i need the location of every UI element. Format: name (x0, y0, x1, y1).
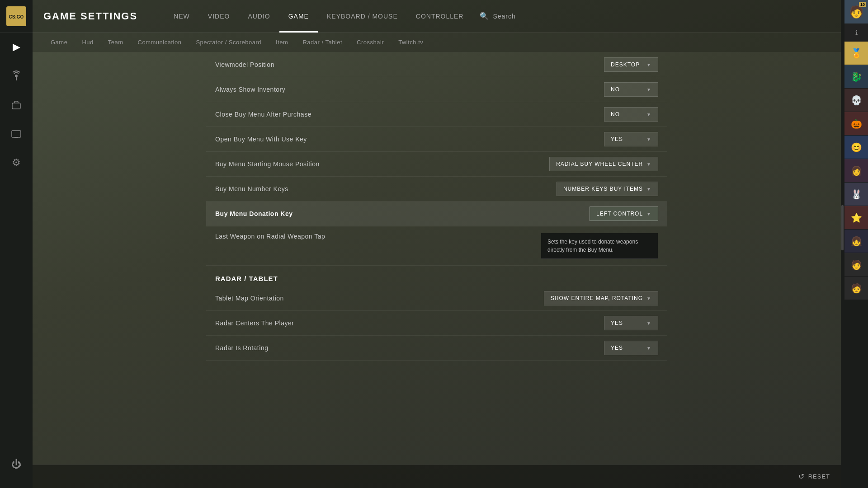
dropdown-number-keys[interactable]: NUMBER KEYS BUY ITEMS ▼ (557, 182, 658, 196)
radar-section-header: Radar / Tablet (206, 266, 667, 286)
setting-value-close-buy: NO ▼ (604, 107, 658, 122)
setting-row-radar-centers: Radar Centers The Player YES ▼ (206, 311, 667, 336)
friend-avatar-2[interactable]: 🐉 (844, 65, 868, 89)
svg-rect-5 (12, 131, 21, 137)
setting-row-tablet-map: Tablet Map Orientation SHOW ENTIRE MAP, … (206, 286, 667, 311)
chevron-down-icon: ▼ (646, 187, 651, 192)
setting-value-radar-centers: YES ▼ (604, 316, 658, 330)
main-nav: New Video Audio Game Keyboard / Mouse Co… (165, 0, 830, 33)
setting-label-number-keys: Buy Menu Number Keys (215, 185, 288, 192)
dropdown-radar-rotating[interactable]: YES ▼ (604, 341, 658, 355)
info-button[interactable]: ℹ (844, 23, 868, 42)
reset-button[interactable]: ↺ RESET (798, 472, 830, 481)
reset-label: RESET (808, 473, 830, 480)
dropdown-open-buy-value: YES (611, 136, 623, 142)
setting-row-close-buy: Close Buy Menu After Purchase NO ▼ (206, 102, 667, 127)
nav-item-game[interactable]: Game (279, 0, 318, 33)
friend-avatar-5[interactable]: 😊 (844, 136, 868, 159)
sub-nav-hud[interactable]: Hud (75, 33, 100, 52)
sidebar-antenna-icon[interactable] (0, 61, 33, 90)
setting-value-mouse-pos: RADIAL BUY WHEEL CENTER ▼ (549, 157, 658, 171)
sidebar-power-icon[interactable]: ⏻ (0, 450, 33, 479)
setting-label-donation-key: Buy Menu Donation Key (215, 210, 293, 217)
tooltip-donation-key: Sets the key used to donate weapons dire… (541, 233, 658, 259)
setting-label-last-weapon: Last Weapon on Radial Weapon Tap (215, 233, 325, 240)
friend-avatar-8[interactable]: ⭐ (844, 206, 868, 230)
setting-label-tablet-map: Tablet Map Orientation (215, 295, 284, 302)
dropdown-mouse-pos[interactable]: RADIAL BUY WHEEL CENTER ▼ (549, 157, 658, 171)
sub-nav-twitch[interactable]: Twitch.tv (391, 33, 430, 52)
setting-label-mouse-pos: Buy Menu Starting Mouse Position (215, 160, 320, 168)
reset-icon: ↺ (798, 472, 805, 481)
friend-avatar-7[interactable]: 🐰 (844, 183, 868, 206)
logo-area[interactable]: CS:GO (0, 0, 33, 33)
friend-avatar-9[interactable]: 👧 (844, 230, 868, 253)
setting-label-inventory: Always Show Inventory (215, 86, 285, 93)
header: GAME SETTINGS New Video Audio Game Keybo… (33, 0, 841, 33)
setting-label-close-buy: Close Buy Menu After Purchase (215, 111, 311, 118)
nav-item-audio[interactable]: Audio (239, 0, 279, 33)
bottom-bar: ↺ RESET (33, 465, 841, 488)
main-scrollbar[interactable] (841, 0, 844, 488)
left-sidebar: CS:GO ▶ ⚙ ⏻ (0, 0, 33, 488)
sub-nav-radar[interactable]: Radar / Tablet (295, 33, 349, 52)
sub-nav-team[interactable]: Team (101, 33, 131, 52)
dropdown-radar-centers[interactable]: YES ▼ (604, 316, 658, 330)
sidebar-gear-icon[interactable]: ⚙ (0, 148, 33, 177)
setting-row-open-buy: Open Buy Menu With Use Key YES ▼ (206, 127, 667, 152)
setting-value-inventory: NO ▼ (604, 82, 658, 97)
chevron-down-icon: ▼ (646, 87, 651, 92)
chevron-down-icon: ▼ (646, 346, 651, 351)
sidebar-play-icon[interactable]: ▶ (0, 33, 33, 61)
setting-label-radar-rotating: Radar Is Rotating (215, 344, 268, 352)
friend-avatar-10[interactable]: 🧑 (844, 253, 868, 277)
sub-nav-spectator[interactable]: Spectator / Scoreboard (189, 33, 269, 52)
right-panel: 🧑 10 ℹ 🏅 🐉 💀 🎃 😊 👩 🐰 ⭐ 👧 🧑 🧑 (844, 0, 868, 488)
page-title: GAME SETTINGS (43, 10, 137, 22)
setting-label-radar-centers: Radar Centers The Player (215, 319, 294, 327)
sidebar-briefcase-icon[interactable] (0, 90, 33, 119)
setting-value-viewmodel: DESKTOP ▼ (604, 57, 658, 72)
friend-avatar-6[interactable]: 👩 (844, 159, 868, 183)
setting-value-open-buy: YES ▼ (604, 132, 658, 146)
nav-item-controller[interactable]: Controller (407, 0, 473, 33)
search-area[interactable]: 🔍 Search (472, 12, 523, 20)
settings-content: Viewmodel Position DESKTOP ▼ Always Show… (33, 52, 841, 465)
friend-avatar-4[interactable]: 🎃 (844, 112, 868, 136)
nav-item-video[interactable]: Video (199, 0, 239, 33)
sidebar-tv-icon[interactable] (0, 119, 33, 148)
user-avatar-main[interactable]: 🧑 10 (844, 0, 868, 23)
dropdown-tablet-map[interactable]: SHOW ENTIRE MAP, ROTATING ▼ (544, 291, 658, 305)
settings-table: Viewmodel Position DESKTOP ▼ Always Show… (206, 52, 667, 361)
chevron-down-icon: ▼ (646, 137, 651, 142)
nav-item-keyboard-mouse[interactable]: Keyboard / Mouse (318, 0, 407, 33)
setting-value-donation-key: LEFT CONTROL ▼ (590, 206, 658, 221)
dropdown-close-buy[interactable]: NO ▼ (604, 107, 658, 122)
search-icon: 🔍 (480, 12, 489, 20)
level-badge: 10 (859, 2, 866, 7)
sub-nav-game[interactable]: Game (43, 33, 75, 52)
dropdown-inventory[interactable]: NO ▼ (604, 82, 658, 97)
dropdown-viewmodel[interactable]: DESKTOP ▼ (604, 57, 658, 72)
scrollbar-thumb (841, 205, 844, 250)
sub-nav-crosshair[interactable]: Crosshair (349, 33, 391, 52)
friend-avatar-1[interactable]: 🏅 (844, 42, 868, 65)
nav-item-new[interactable]: New (165, 0, 199, 33)
sub-nav-communication[interactable]: Communication (131, 33, 189, 52)
dropdown-radar-centers-value: YES (611, 320, 623, 326)
sub-nav-item[interactable]: Item (269, 33, 295, 52)
setting-row-mouse-pos: Buy Menu Starting Mouse Position RADIAL … (206, 152, 667, 177)
dropdown-close-buy-value: NO (611, 111, 620, 117)
dropdown-inventory-value: NO (611, 86, 620, 93)
setting-label-viewmodel: Viewmodel Position (215, 61, 274, 68)
dropdown-donation-key[interactable]: LEFT CONTROL ▼ (590, 206, 658, 221)
setting-row-viewmodel: Viewmodel Position DESKTOP ▼ (206, 52, 667, 77)
search-label: Search (493, 13, 515, 20)
dropdown-open-buy[interactable]: YES ▼ (604, 132, 658, 146)
right-side: 🧑 10 ℹ 🏅 🐉 💀 🎃 😊 👩 🐰 ⭐ 👧 🧑 🧑 (841, 0, 868, 488)
friend-avatar-11[interactable]: 🧑 (844, 277, 868, 300)
chevron-down-icon: ▼ (646, 62, 651, 67)
setting-row-donation-key: Buy Menu Donation Key LEFT CONTROL ▼ (206, 202, 667, 226)
friend-avatar-3[interactable]: 💀 (844, 89, 868, 112)
csgo-logo: CS:GO (6, 6, 26, 26)
